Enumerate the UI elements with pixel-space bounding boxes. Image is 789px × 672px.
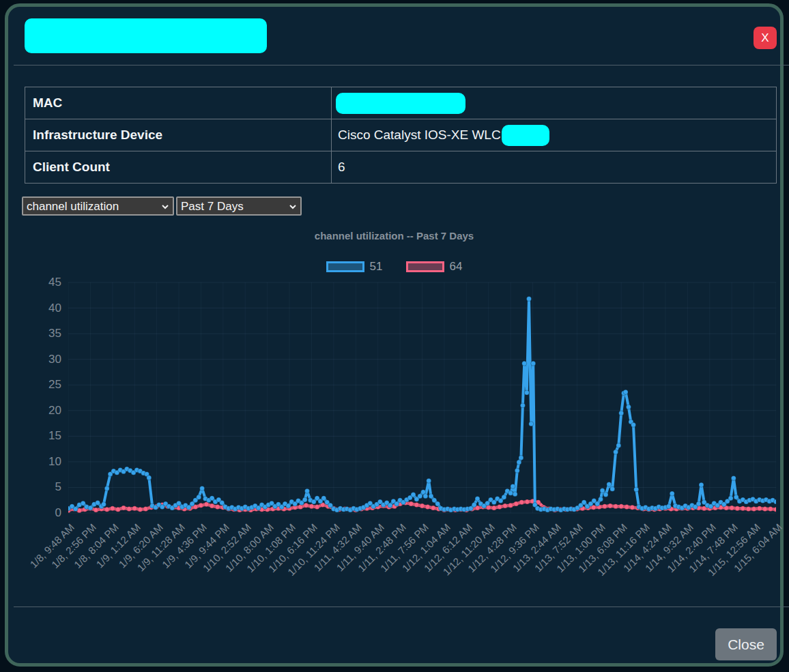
- x-tick-label: 1/8, 8:04 PM: [35, 521, 121, 607]
- x-tick-label: 1/8, 9:48 AM: [0, 521, 76, 607]
- client-info-table: MAC Infrastructure Device Cisco Catalyst…: [25, 87, 777, 184]
- x-tick-label: 1/10, 6:16 PM: [234, 521, 319, 607]
- y-tick-label: 25: [20, 378, 61, 392]
- y-tick-label: 15: [20, 429, 61, 443]
- x-tick-label: 1/10, 11:24 PM: [257, 521, 342, 607]
- y-tick-label: 20: [20, 404, 61, 418]
- metric-select-wrap: channel utilization: [22, 196, 174, 216]
- mac-value-redacted: [336, 93, 465, 114]
- y-tick-label: 10: [20, 455, 61, 469]
- legend-label-blue[interactable]: 51: [370, 260, 383, 274]
- time-range-select[interactable]: Past 7 Days: [176, 196, 302, 216]
- x-tick-label: 1/15, 6:04 AM: [699, 521, 784, 607]
- y-tick-label: 35: [20, 327, 61, 340]
- x-tick-label: 1/14, 2:40 PM: [633, 521, 718, 607]
- modal-title-redacted: [25, 18, 267, 53]
- close-x-button[interactable]: X: [754, 27, 777, 49]
- x-tick-label: 1/9, 6:20 AM: [79, 521, 164, 607]
- header-divider: [14, 65, 789, 65]
- x-tick-label: 1/13, 6:08 PM: [544, 521, 629, 607]
- x-tick-label: 1/10, 1:08 PM: [212, 521, 298, 607]
- x-tick-label: 1/9, 1:12 AM: [57, 521, 143, 607]
- dialog-backdrop: X MAC Infrastructure Device Cisco Cataly…: [0, 0, 789, 672]
- infrastructure-device-value-redacted: [502, 125, 549, 146]
- x-tick-label: 1/9, 11:28 AM: [102, 521, 187, 607]
- x-tick-label: 1/12, 11:20 AM: [412, 521, 497, 607]
- y-tick-label: 5: [20, 480, 61, 494]
- mac-label: MAC: [25, 87, 332, 119]
- legend-swatch-pink[interactable]: [406, 261, 444, 272]
- legend-swatch-blue[interactable]: [326, 261, 364, 272]
- infrastructure-device-label: Infrastructure Device: [25, 119, 332, 151]
- close-button[interactable]: Close: [715, 628, 777, 660]
- x-tick-label: 1/12, 9:36 PM: [455, 521, 541, 607]
- x-tick-label: 1/11, 7:56 PM: [345, 521, 430, 607]
- y-tick-label: 45: [20, 276, 61, 289]
- metric-select[interactable]: channel utilization: [22, 196, 174, 216]
- x-tick-label: 1/11, 4:32 AM: [278, 521, 364, 607]
- client-count-value: 6: [332, 151, 777, 184]
- y-axis-labels: 051015202530354045: [20, 278, 61, 518]
- client-count-label: Client Count: [25, 151, 332, 184]
- y-tick-label: 30: [20, 353, 61, 366]
- chart-title: channel utilization -- Past 7 Days: [8, 230, 780, 242]
- y-tick-label: 0: [20, 506, 61, 520]
- x-tick-label: 1/12, 6:12 AM: [389, 521, 474, 607]
- legend-label-pink[interactable]: 64: [450, 260, 463, 274]
- x-tick-label: 1/15, 12:56 AM: [676, 521, 762, 607]
- x-tick-label: 1/9, 4:36 PM: [124, 521, 209, 607]
- table-row-mac: MAC: [25, 87, 777, 119]
- x-tick-label: 1/8, 2:56 PM: [13, 521, 98, 607]
- table-row-client-count: Client Count 6: [25, 151, 777, 184]
- x-tick-label: 1/13, 2:44 AM: [478, 521, 563, 607]
- utilization-line-chart[interactable]: [68, 278, 776, 518]
- x-tick-label: 1/10, 8:00 AM: [190, 521, 276, 607]
- x-tick-label: 1/12, 1:04 AM: [367, 521, 453, 607]
- x-tick-label: 1/14, 4:24 AM: [588, 521, 674, 607]
- x-tick-label: 1/11, 9:40 AM: [301, 521, 386, 607]
- x-tick-label: 1/11, 2:48 PM: [323, 521, 408, 607]
- chart-legend: 51 64: [8, 260, 780, 274]
- x-tick-label: 1/14, 7:48 PM: [655, 521, 740, 607]
- x-tick-label: 1/14, 9:32 AM: [610, 521, 695, 607]
- x-tick-label: 1/12, 4:28 PM: [433, 521, 519, 607]
- range-select-wrap: Past 7 Days: [176, 196, 302, 216]
- x-tick-label: 1/10, 2:52 AM: [168, 521, 253, 607]
- infrastructure-device-value: Cisco Catalyst IOS-XE WLC: [338, 127, 501, 141]
- table-row-infrastructure-device: Infrastructure Device Cisco Catalyst IOS…: [25, 119, 777, 151]
- y-tick-label: 40: [20, 302, 61, 315]
- client-details-modal: X MAC Infrastructure Device Cisco Cataly…: [5, 3, 784, 667]
- x-tick-label: 1/13, 1:00 PM: [522, 521, 607, 607]
- x-tick-label: 1/13, 7:52 AM: [500, 521, 585, 607]
- x-tick-label: 1/9, 9:44 PM: [146, 521, 231, 607]
- x-tick-label: 1/13, 11:16 PM: [566, 521, 651, 607]
- footer-divider: [14, 607, 789, 607]
